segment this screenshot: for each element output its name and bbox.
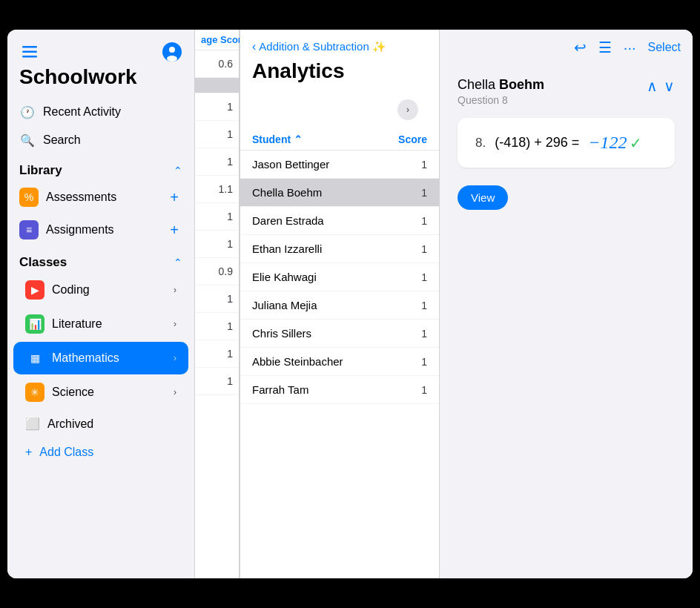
correct-check-icon: ✓ — [630, 134, 642, 152]
student-row-3[interactable]: Ethan Izzarelli 1 — [240, 235, 439, 263]
question-line: 8. (-418) + 296 = −122 ✓ — [475, 133, 657, 153]
library-chevron-icon: ⌃ — [174, 165, 182, 176]
back-button[interactable]: ‹ Addition & Subtraction ✨ — [252, 40, 427, 53]
search-icon: 🔍 — [19, 132, 36, 148]
recent-activity-icon: 🕐 — [19, 104, 36, 120]
sidebar-item-science[interactable]: ✳ Science › — [13, 376, 188, 409]
student-row-4[interactable]: Elie Kahwagi 1 — [240, 263, 439, 291]
question-number: 8. — [475, 136, 486, 151]
table-header: Student ⌃ Score — [240, 129, 439, 151]
back-toolbar-button[interactable]: ↩ — [574, 39, 587, 56]
student-row-7[interactable]: Abbie Steinbacher 1 — [240, 348, 439, 376]
avg-scores-panel: age Score 0.6 1 1 1 1.1 1 1 0.9 1 1 1 1 — [195, 30, 240, 578]
detail-toolbar: ↩ ☰ ··· Select — [440, 30, 693, 65]
nav-arrows: ∧ ∨ — [647, 77, 675, 95]
literature-chevron-icon: › — [174, 319, 176, 329]
student-row-2[interactable]: Daren Estrada 1 — [240, 207, 439, 235]
archived-icon: ⬜ — [25, 417, 40, 431]
score-cell-4: 1 — [195, 148, 239, 176]
next-arrow-button[interactable]: ∨ — [664, 77, 675, 95]
students-panel: ‹ Addition & Subtraction ✨ Analytics › S… — [240, 30, 440, 578]
app-title: Schoolwork — [7, 65, 194, 89]
analytics-panel: age Score 0.6 1 1 1 1.1 1 1 0.9 1 1 1 1 … — [194, 30, 440, 578]
student-row-0[interactable]: Jason Bettinger 1 — [240, 151, 439, 179]
prev-arrow-button[interactable]: ∧ — [647, 77, 658, 95]
analytics-title: Analytics — [252, 59, 427, 83]
score-cell-10: 1 — [195, 313, 239, 340]
score-cell-1 — [195, 78, 239, 93]
back-chevron-icon: ‹ — [252, 40, 256, 53]
column-score: Score — [398, 133, 427, 145]
svg-rect-0 — [22, 46, 37, 48]
menu-toolbar-button[interactable]: ☰ — [598, 39, 612, 56]
science-chevron-icon: › — [174, 387, 176, 397]
view-button[interactable]: View — [458, 185, 508, 210]
sidebar-item-search[interactable]: 🔍 Search — [7, 126, 194, 154]
question-card: 8. (-418) + 296 = −122 ✓ — [458, 118, 675, 168]
svg-point-5 — [167, 56, 177, 62]
sidebar-item-recent-activity[interactable]: 🕐 Recent Activity — [7, 98, 194, 126]
sidebar-item-mathematics[interactable]: ▦ Mathematics › — [13, 342, 188, 374]
score-cell-12: 1 — [195, 368, 239, 395]
students-table: Student ⌃ Score Jason Bettinger 1 Chella… — [240, 129, 439, 578]
score-cell-11: 1 — [195, 340, 239, 368]
score-cell-2: 1 — [195, 93, 239, 121]
student-answer: −122 — [588, 133, 627, 153]
student-row-5[interactable]: Juliana Mejia 1 — [240, 291, 439, 320]
literature-icon: 📊 — [25, 314, 44, 334]
add-class-button[interactable]: + Add Class — [13, 439, 188, 466]
question-text: (-418) + 296 = — [495, 135, 579, 151]
avg-score-header: age Score — [195, 30, 239, 50]
mathematics-chevron-icon: › — [174, 353, 176, 363]
assignments-icon: ≡ — [19, 220, 39, 239]
assessments-icon: % — [19, 188, 39, 207]
student-row-8[interactable]: Farrah Tam 1 — [240, 376, 439, 404]
analytics-header: ‹ Addition & Subtraction ✨ Analytics — [240, 30, 439, 90]
student-row-6[interactable]: Chris Sillers 1 — [240, 320, 439, 348]
score-cell-6: 1 — [195, 203, 239, 231]
sidebar-item-literature[interactable]: 📊 Literature › — [13, 308, 188, 340]
sidebar-item-assessments[interactable]: % Assessments + — [7, 181, 194, 214]
select-button[interactable]: Select — [648, 41, 681, 54]
coding-icon: ▶ — [25, 280, 44, 300]
add-assignment-button[interactable]: + — [166, 222, 182, 238]
student-row-1[interactable]: Chella Boehm 1 — [240, 179, 439, 207]
profile-icon[interactable] — [162, 42, 182, 62]
svg-rect-1 — [22, 51, 37, 53]
sidebar-toggle-icon[interactable] — [19, 42, 40, 62]
more-toolbar-button[interactable]: ··· — [624, 39, 636, 56]
svg-rect-2 — [22, 56, 37, 58]
sidebar: Schoolwork 🕐 Recent Activity 🔍 Search Li… — [7, 30, 194, 578]
detail-panel: ↩ ☰ ··· Select Chella Boehm Question 8 ∧ — [440, 30, 693, 578]
column-student[interactable]: Student ⌃ — [252, 133, 303, 145]
mathematics-icon: ▦ — [25, 348, 44, 368]
expand-button[interactable]: › — [397, 99, 418, 120]
library-label: Library — [19, 163, 62, 178]
coding-chevron-icon: › — [174, 285, 176, 295]
score-cell-3: 1 — [195, 121, 239, 148]
score-cell-7: 1 — [195, 231, 239, 258]
classes-section-header[interactable]: Classes ⌃ — [7, 246, 194, 273]
library-section-header[interactable]: Library ⌃ — [7, 154, 194, 181]
classes-chevron-icon: ⌃ — [174, 257, 182, 268]
svg-point-4 — [169, 47, 175, 53]
detail-content: Chella Boehm Question 8 ∧ ∨ 8. (-418) + … — [440, 65, 693, 578]
sidebar-item-assignments[interactable]: ≡ Assignments + — [7, 214, 194, 246]
student-detail-question: Question 8 — [458, 94, 544, 106]
student-detail-name: Chella Boehm — [458, 77, 544, 93]
score-cell-9: 1 — [195, 285, 239, 313]
add-class-icon: + — [25, 446, 32, 459]
score-cell-5: 1.1 — [195, 176, 239, 203]
score-cell-8: 0.9 — [195, 258, 239, 285]
science-icon: ✳ — [25, 383, 44, 402]
classes-label: Classes — [19, 255, 67, 270]
sidebar-item-coding[interactable]: ▶ Coding › — [13, 274, 188, 306]
student-detail-header: Chella Boehm Question 8 ∧ ∨ — [458, 77, 675, 106]
sidebar-item-archived[interactable]: ⬜ Archived — [13, 410, 188, 437]
score-cell-0: 0.6 — [195, 50, 239, 78]
add-assessment-button[interactable]: + — [166, 189, 182, 205]
